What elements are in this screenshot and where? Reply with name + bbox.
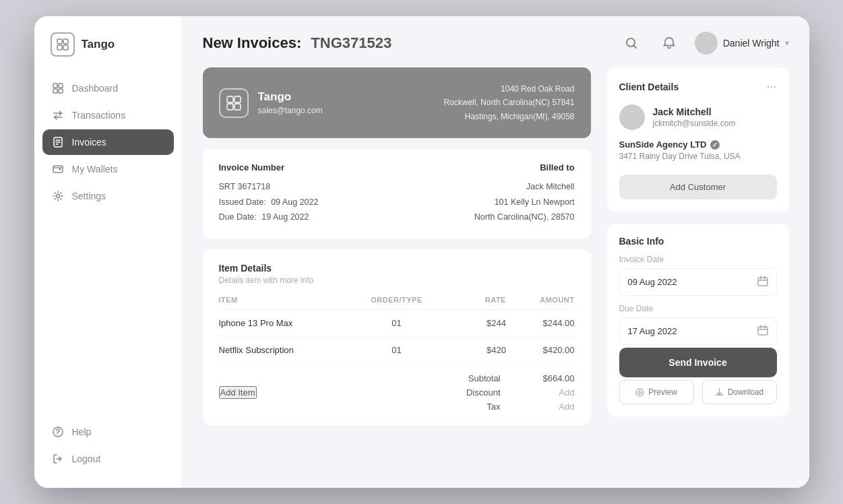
download-button[interactable]: Download	[702, 380, 777, 404]
settings-icon	[52, 190, 64, 202]
wallets-icon	[52, 163, 64, 175]
item-amount-2: $420.00	[506, 345, 575, 355]
invoice-date-input[interactable]: 09 Aug 2022	[619, 268, 777, 296]
invoice-date-label: Invoice Date	[619, 255, 777, 264]
client-name: Jack Mitchell	[653, 106, 736, 117]
due-date-input[interactable]: 17 Aug 2022	[619, 317, 777, 345]
client-details-card: Client Details ··· Jack Mitchell jckmitc…	[607, 67, 789, 212]
item-amount-1: $244.00	[506, 318, 575, 328]
svg-rect-21	[227, 104, 233, 110]
svg-point-17	[57, 434, 58, 435]
company-email: sales@tango.com	[258, 106, 323, 115]
invoice-date-calendar-icon[interactable]	[757, 276, 768, 288]
logo-text: Tango	[82, 38, 115, 51]
verified-badge: ✓	[710, 140, 720, 150]
company-card: Tango sales@tango.com 1040 Red Oak Road …	[203, 67, 591, 138]
company-detail-name: SunSide Agency LTD ✓	[619, 139, 777, 150]
item-name-2: Netflix Subscription	[219, 345, 356, 355]
invoice-info-card: Invoice Number SRT 3671718 Issued Date: …	[203, 149, 591, 239]
company-address: 1040 Red Oak Road Rockwell, North Caroli…	[443, 82, 574, 123]
user-profile[interactable]: Daniel Wright ▾	[695, 32, 789, 55]
invoice-number-col: Invoice Number SRT 3671718 Issued Date: …	[219, 162, 397, 225]
svg-rect-12	[53, 166, 63, 172]
svg-rect-1	[63, 39, 68, 44]
basic-info-card: Basic Info Invoice Date 09 Aug 2022	[607, 224, 789, 416]
client-info-row: Jack Mitchell jckmitch@sunside.com	[619, 104, 777, 130]
due-date-label: Due Date	[619, 304, 777, 313]
add-customer-button[interactable]: Add Customer	[619, 175, 777, 199]
bottom-actions: Preview Download	[619, 380, 777, 404]
col-order-header: ORDER/TYPE	[356, 296, 438, 304]
svg-rect-19	[227, 96, 233, 102]
sidebar-item-logout[interactable]: Logout	[42, 446, 174, 472]
send-invoice-button[interactable]: Send Invoice	[619, 348, 777, 377]
dashboard-icon	[52, 82, 64, 94]
sidebar: Tango Dashboard	[34, 16, 183, 488]
sidebar-item-transactions[interactable]: Transactions	[42, 102, 174, 128]
billed-to-col: Billed to Jack Mitchell 101 Kelly Ln New…	[397, 162, 575, 225]
item-order-1: 01	[356, 318, 438, 328]
add-item-button[interactable]: Add Item	[219, 386, 257, 399]
invoice-date-field: Invoice Date 09 Aug 2022	[619, 255, 777, 296]
company-logo	[219, 88, 249, 118]
svg-rect-7	[59, 89, 63, 93]
items-table-header: ITEM ORDER/TYPE RATE AMOUNT	[219, 296, 575, 310]
due-date-value: 17 Aug 2022	[628, 326, 677, 336]
svg-rect-2	[57, 45, 62, 50]
sidebar-label-wallets: My Wallets	[72, 164, 118, 175]
sidebar-item-help[interactable]: Help	[42, 419, 174, 445]
company-name: Tango	[258, 90, 323, 104]
svg-rect-0	[57, 39, 62, 44]
company-left: Tango sales@tango.com	[219, 88, 323, 118]
item-rate-1: $244	[437, 318, 506, 328]
sidebar-item-wallets[interactable]: My Wallets	[42, 156, 174, 182]
due-date-calendar-icon[interactable]	[757, 325, 768, 338]
more-options-button[interactable]: ···	[766, 80, 776, 94]
transactions-icon	[52, 109, 64, 121]
right-panel: Client Details ··· Jack Mitchell jckmitc…	[607, 67, 789, 474]
sidebar-label-help: Help	[72, 427, 92, 437]
notifications-button[interactable]	[657, 31, 681, 55]
main-content: New Invoices: TNG371523	[183, 16, 809, 488]
sidebar-label-invoices: Invoices	[72, 137, 106, 148]
sidebar-label-logout: Logout	[72, 453, 101, 464]
svg-point-15	[56, 195, 59, 198]
subtotal-row: Subtotal $664.00	[466, 373, 575, 383]
items-section: Item Details Details item with more info…	[203, 249, 591, 425]
logo-icon	[51, 32, 75, 57]
body-layout: Tango sales@tango.com 1040 Red Oak Road …	[183, 67, 809, 488]
invoice-date-value: 09 Aug 2022	[628, 277, 677, 287]
invoice-info-top: Invoice Number SRT 3671718 Issued Date: …	[219, 162, 575, 225]
items-title: Item Details	[219, 263, 575, 274]
sidebar-label-dashboard: Dashboard	[72, 83, 119, 94]
search-button[interactable]	[619, 31, 644, 55]
add-item-row: Add Item Subtotal $664.00 Discount Add	[219, 364, 575, 412]
svg-rect-6	[53, 89, 57, 93]
svg-rect-27	[758, 327, 768, 335]
sidebar-item-dashboard[interactable]: Dashboard	[42, 75, 174, 101]
company-detail-row: SunSide Agency LTD ✓ 3471 Rainy Day Driv…	[619, 139, 777, 161]
sidebar-item-settings[interactable]: Settings	[42, 183, 174, 209]
header: New Invoices: TNG371523	[183, 16, 809, 67]
svg-rect-20	[235, 96, 241, 102]
items-table: ITEM ORDER/TYPE RATE AMOUNT Iphone 13 Pr…	[219, 296, 575, 412]
item-order-2: 01	[356, 345, 438, 355]
sidebar-nav: Dashboard Transactions	[34, 75, 182, 419]
logout-icon	[52, 453, 64, 465]
svg-point-31	[636, 389, 644, 396]
col-rate-header: RATE	[437, 296, 506, 304]
svg-rect-3	[63, 45, 68, 50]
chevron-down-icon: ▾	[785, 38, 789, 48]
invoices-icon	[52, 136, 64, 148]
help-icon	[52, 426, 64, 438]
svg-rect-22	[235, 104, 241, 110]
user-avatar	[695, 32, 718, 55]
totals-area: Subtotal $664.00 Discount Add Tax Add	[466, 373, 575, 412]
table-row: Iphone 13 Pro Max 01 $244 $244.00	[219, 310, 575, 337]
basic-info-title: Basic Info	[619, 236, 777, 247]
svg-point-13	[59, 168, 61, 170]
items-subtitle: Details item with more info	[219, 276, 575, 285]
col-amount-header: AMOUNT	[506, 296, 575, 304]
preview-button[interactable]: Preview	[619, 380, 694, 404]
sidebar-item-invoices[interactable]: Invoices	[42, 129, 174, 155]
